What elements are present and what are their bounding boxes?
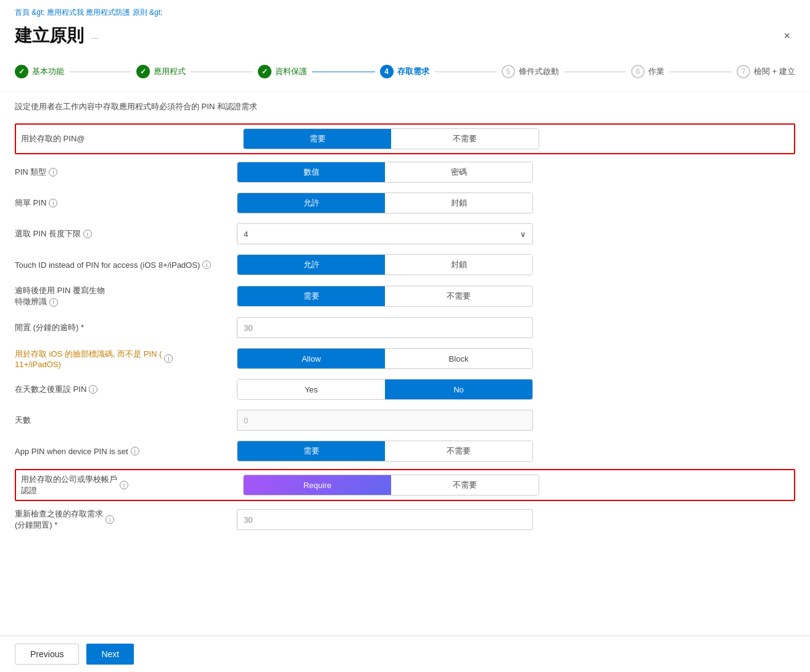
reset-pin-row: 在天數之後重設 PIN i Yes No — [15, 374, 795, 405]
step-5-circle: 5 — [502, 65, 515, 78]
touch-id-row: Touch ID instead of PIN for access (iOS … — [15, 249, 795, 280]
separator-3 — [312, 72, 374, 72]
simple-pin-row: 簡單 PIN i 允許 封鎖 — [15, 188, 795, 218]
step-2-label: 應用程式 — [154, 66, 186, 77]
step-4: 4 存取需求 — [380, 65, 429, 78]
subtitle-dots: ... — [91, 31, 99, 41]
days-label: 天數 — [15, 415, 237, 426]
recheck-access-row: 重新檢查之後的存取需求(分鐘開置) * i — [15, 504, 795, 536]
step-3-label: 資料保護 — [275, 66, 307, 77]
pin-length-info-icon[interactable]: i — [83, 230, 92, 238]
next-button[interactable]: Next — [86, 644, 134, 665]
face-id-info-icon[interactable]: i — [164, 354, 173, 363]
corporate-account-row: 用於存取的公司或學校帳戶認證 i Require 不需要 — [15, 469, 795, 501]
pin-access-notrequire-btn[interactable]: 不需要 — [391, 129, 539, 149]
simple-pin-info-icon[interactable]: i — [49, 199, 57, 207]
app-pin-device-row: App PIN when device PIN is set i 需要 不需要 — [15, 436, 795, 467]
corporate-account-label: 用於存取的公司或學校帳戶認證 i — [21, 474, 243, 496]
pin-length-dropdown[interactable]: 4 ∨ — [237, 223, 533, 244]
pin-length-value: 4 — [244, 230, 248, 239]
pin-type-password-btn[interactable]: 密碼 — [385, 162, 532, 182]
corporate-account-toggle[interactable]: Require 不需要 — [243, 475, 539, 496]
override-bio-toggle[interactable]: 需要 不需要 — [237, 286, 533, 307]
separator-1 — [69, 72, 131, 72]
separator-6 — [669, 72, 732, 72]
pin-type-toggle[interactable]: 數值 密碼 — [237, 162, 533, 183]
touch-id-info-icon[interactable]: i — [202, 260, 211, 269]
face-id-block-btn[interactable]: Block — [385, 349, 532, 368]
face-id-allow-btn[interactable]: Allow — [238, 349, 385, 368]
face-id-label: 用於存取 iOS 的臉部標識碼, 而不是 PIN (11+/iPadOS) i — [15, 349, 237, 369]
app-pin-device-toggle[interactable]: 需要 不需要 — [237, 441, 533, 462]
content-area: 設定使用者在工作內容中存取應用程式時必須符合的 PIN 和認證需求 用於存取的 … — [0, 91, 810, 585]
face-id-toggle[interactable]: Allow Block — [237, 348, 533, 369]
dropdown-chevron-icon: ∨ — [520, 230, 526, 239]
touch-id-label: Touch ID instead of PIN for access (iOS … — [15, 260, 237, 270]
recheck-access-info-icon[interactable]: i — [105, 515, 114, 524]
app-pin-device-notrequire-btn[interactable]: 不需要 — [385, 441, 532, 461]
override-bio-text: 逾時後使用 PIN 覆寫生物特徵辨識 i — [15, 285, 105, 307]
previous-button[interactable]: Previous — [15, 644, 79, 665]
pin-access-toggle[interactable]: 需要 不需要 — [243, 128, 539, 149]
step-2-circle: ✓ — [136, 65, 150, 78]
face-id-row: 用於存取 iOS 的臉部標識碼, 而不是 PIN (11+/iPadOS) i … — [15, 343, 795, 374]
reset-pin-yes-btn[interactable]: Yes — [238, 380, 385, 399]
reset-pin-no-btn[interactable]: No — [385, 380, 532, 399]
separator-4 — [434, 72, 497, 72]
override-bio-row: 逾時後使用 PIN 覆寫生物特徵辨識 i 需要 不需要 — [15, 280, 795, 312]
app-pin-device-require-btn[interactable]: 需要 — [238, 441, 385, 461]
pin-access-require-btn[interactable]: 需要 — [244, 129, 391, 149]
days-input[interactable] — [237, 410, 533, 431]
page-title: 建立原則 — [15, 24, 84, 48]
pin-access-label: 用於存取的 PIN@ — [21, 133, 243, 144]
step-7-circle: 7 — [737, 65, 750, 78]
pin-type-numeric-btn[interactable]: 數值 — [238, 162, 385, 182]
pin-length-label: 選取 PIN 長度下限 i — [15, 228, 237, 239]
touch-id-block-btn[interactable]: 封鎖 — [385, 255, 532, 275]
reset-pin-info-icon[interactable]: i — [89, 385, 97, 394]
idle-timeout-row: 閒置 (分鐘的逾時) * — [15, 312, 795, 343]
corporate-account-info-icon[interactable]: i — [120, 481, 128, 489]
days-row: 天數 — [15, 405, 795, 436]
simple-pin-allow-btn[interactable]: 允許 — [238, 193, 385, 213]
step-1: ✓ 基本功能 — [15, 65, 64, 78]
touch-id-allow-btn[interactable]: 允許 — [238, 255, 385, 275]
step-4-label: 存取需求 — [397, 66, 429, 77]
recheck-access-label: 重新檢查之後的存取需求(分鐘開置) * i — [15, 508, 237, 531]
override-bio-info-icon[interactable]: i — [49, 298, 58, 307]
idle-timeout-label: 閒置 (分鐘的逾時) * — [15, 322, 237, 333]
section-description: 設定使用者在工作內容中存取應用程式時必須符合的 PIN 和認證需求 — [15, 101, 795, 112]
corporate-account-notrequire-btn[interactable]: 不需要 — [391, 475, 539, 495]
corporate-account-require-btn[interactable]: Require — [244, 475, 391, 495]
close-button[interactable]: × — [779, 27, 795, 45]
step-5-label: 條件式啟動 — [519, 66, 559, 77]
step-6-circle: 6 — [631, 65, 645, 78]
recheck-access-input[interactable] — [237, 509, 533, 530]
step-1-circle: ✓ — [15, 65, 28, 78]
touch-id-toggle[interactable]: 允許 封鎖 — [237, 254, 533, 275]
override-bio-label: 逾時後使用 PIN 覆寫生物特徵辨識 i — [15, 285, 237, 307]
reset-pin-label: 在天數之後重設 PIN i — [15, 384, 237, 395]
app-pin-device-label: App PIN when device PIN is set i — [15, 447, 237, 456]
simple-pin-block-btn[interactable]: 封鎖 — [385, 193, 532, 213]
reset-pin-toggle[interactable]: Yes No — [237, 379, 533, 400]
step-1-label: 基本功能 — [32, 66, 64, 77]
step-5: 5 條件式啟動 — [502, 65, 559, 78]
breadcrumb: 首頁 &gt; 應用程式我 應用程式防護 原則 &gt; — [0, 0, 810, 22]
app-pin-device-info-icon[interactable]: i — [131, 447, 139, 455]
step-6-label: 作業 — [648, 66, 664, 77]
pin-type-info-icon[interactable]: i — [49, 168, 57, 176]
step-7: 7 檢閱 + 建立 — [737, 65, 795, 78]
simple-pin-toggle[interactable]: 允許 封鎖 — [237, 193, 533, 214]
steps-bar: ✓ 基本功能 ✓ 應用程式 ✓ 資料保護 4 存取需求 5 — [0, 57, 810, 91]
separator-2 — [191, 72, 253, 72]
override-bio-require-btn[interactable]: 需要 — [238, 286, 385, 306]
pin-length-row: 選取 PIN 長度下限 i 4 ∨ — [15, 218, 795, 249]
idle-timeout-input[interactable] — [237, 317, 533, 338]
step-3-circle: ✓ — [258, 65, 271, 78]
step-7-label: 檢閱 + 建立 — [754, 66, 795, 77]
pin-type-label: PIN 類型 i — [15, 167, 237, 178]
override-bio-notrequire-btn[interactable]: 不需要 — [385, 286, 532, 306]
page-header: 建立原則 ... × — [0, 22, 810, 57]
step-2: ✓ 應用程式 — [136, 65, 186, 78]
